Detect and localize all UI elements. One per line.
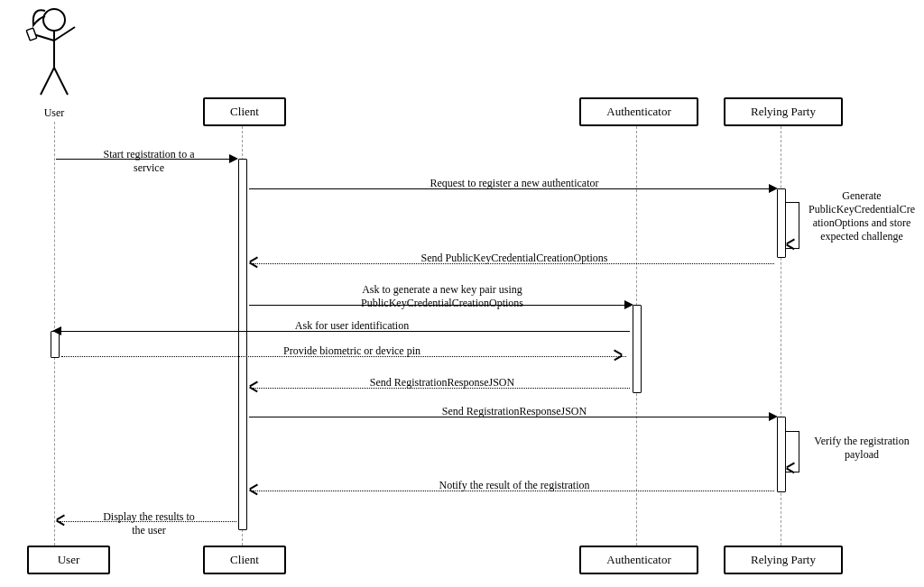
- actor-relying-party-label: Relying Party: [751, 105, 816, 118]
- msg-m9: Notify the result of the registration: [361, 479, 668, 492]
- actor-client-label: Client: [230, 105, 259, 118]
- msg-m6: Provide biometric or device pin: [253, 344, 451, 358]
- activation-client: [238, 159, 247, 530]
- arrowhead-m5: [52, 326, 61, 335]
- actor-authenticator-top: Authenticator: [579, 97, 698, 126]
- actor-client-bottom: Client: [203, 546, 286, 574]
- msg-m4: Ask to generate a new key pair using Pub…: [316, 283, 568, 310]
- note-2: Verify the registration payload: [803, 435, 920, 462]
- svg-point-0: [43, 9, 65, 31]
- msg-m7: Send RegistrationResponseJSON: [325, 376, 559, 390]
- svg-line-6: [54, 68, 68, 95]
- actor-user-top-label: User: [32, 106, 77, 120]
- arrowhead-m2: [769, 184, 778, 193]
- note-1: Generate PublicKeyCredentialCre ationOpt…: [803, 189, 920, 243]
- actor-user-bottom: User: [27, 546, 110, 574]
- svg-line-5: [41, 68, 54, 95]
- activation-rp-1: [777, 188, 786, 258]
- msg-m1: Start registration to a service: [81, 148, 217, 175]
- msg-m2: Request to register a new authenticator: [379, 177, 650, 190]
- actor-relying-party-top: Relying Party: [724, 97, 843, 126]
- arrowhead-m8: [769, 412, 778, 421]
- msg-m3: Send PublicKeyCredentialCreationOptions: [379, 252, 650, 265]
- actor-relying-party-bottom: Relying Party: [724, 546, 843, 574]
- user-stick-figure: [23, 0, 86, 103]
- actor-client-top: Client: [203, 97, 286, 126]
- activation-rp-2: [777, 417, 786, 492]
- svg-rect-4: [26, 28, 37, 41]
- msg-m5: Ask for user identification: [253, 319, 451, 333]
- arrowhead-m1: [229, 154, 238, 163]
- activation-auth: [633, 305, 642, 393]
- actor-authenticator-bottom: Authenticator: [579, 546, 698, 574]
- svg-line-3: [54, 27, 75, 41]
- msg-m10: Display the results to the user: [81, 510, 217, 537]
- msg-m8: Send RegistrationResponseJSON: [379, 405, 650, 418]
- arrowhead-m4: [624, 300, 633, 309]
- actor-authenticator-label: Authenticator: [606, 105, 670, 118]
